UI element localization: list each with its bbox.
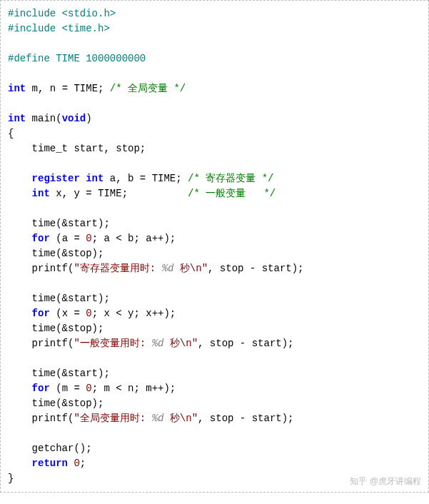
code-text [8,383,32,394]
string: 秒\n" [163,338,198,349]
code-text: time(&stop); [8,323,104,334]
code-text [8,233,32,244]
code-text [8,188,32,199]
code-text: , stop - start); [198,338,293,349]
preproc-line: #include <stdio.h> [8,8,116,19]
code-text: (x = [50,308,86,319]
code-text: getchar(); [8,443,92,454]
code-text: x, y = TIME; [50,188,188,199]
code-block: #include <stdio.h> #include <time.h> #de… [0,0,429,493]
number: 0 [86,233,91,244]
code-text: } [8,473,14,484]
code-content: #include <stdio.h> #include <time.h> #de… [8,6,421,486]
number: 0 [86,308,91,319]
string: "全局变量用时: [74,413,151,424]
string: 秒\n" [173,263,208,274]
code-text: time(&start); [8,368,110,379]
code-text [8,308,32,319]
code-text: ; a < b; a++); [92,233,176,244]
code-text: time(&stop); [8,248,104,259]
code-text: { [8,128,14,139]
code-text: time(&start); [8,293,110,304]
keyword: for [32,233,50,244]
code-text: time(&start); [8,218,110,229]
code-text: a, b = TIME; [104,173,188,184]
code-text: ) [86,113,91,124]
number: 0 [74,458,79,469]
code-text: (a = [50,233,86,244]
keyword: for [32,383,50,394]
code-text: m, n = TIME; [26,83,110,94]
keyword: register int [32,173,104,184]
code-text: time(&stop); [8,398,104,409]
keyword: int [32,188,50,199]
code-text: main( [26,113,61,124]
code-text: , stop - start); [198,413,293,424]
code-text [8,458,32,469]
code-text: printf( [8,338,74,349]
format-spec: %d [152,338,164,349]
code-text: ; m < n; m++); [92,383,176,394]
code-text: , stop - start); [208,263,303,274]
code-text [8,173,32,184]
comment: /* 全局变量 */ [110,83,186,94]
code-text: ; [80,458,86,469]
comment: /* 寄存器变量 */ [188,173,273,184]
string: 秒\n" [163,413,198,424]
format-spec: %d [152,413,164,424]
string: "一般变量用时: [74,338,151,349]
keyword: return [32,458,68,469]
comment: /* 一般变量 */ [188,188,276,199]
code-text: time_t start, stop; [8,143,146,154]
keyword: for [32,308,50,319]
number: 0 [86,383,91,394]
keyword: void [62,113,86,124]
keyword: int [8,113,26,124]
format-spec: %d [162,263,174,274]
string: "寄存器变量用时: [74,263,161,274]
code-text: printf( [8,413,74,424]
code-text: ; x < y; x++); [92,308,176,319]
preproc-line: #define TIME 1000000000 [8,53,146,64]
keyword: int [8,83,26,94]
preproc-line: #include <time.h> [8,23,110,34]
code-text: printf( [8,263,74,274]
code-text: (m = [50,383,86,394]
